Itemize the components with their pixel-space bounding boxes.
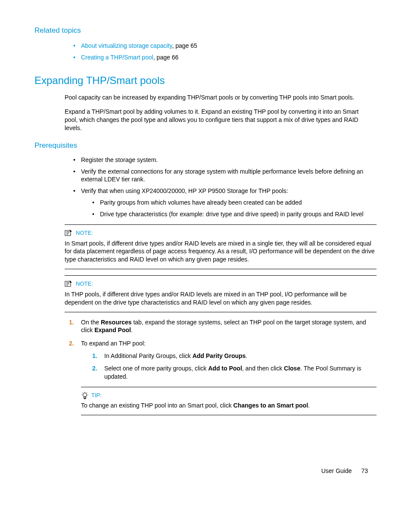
- prereq-nested-list: Parity groups from which volumes have al…: [92, 199, 377, 218]
- bold-text: Changes to an Smart pool: [234, 402, 308, 409]
- bold-text: Add to Pool: [208, 365, 242, 372]
- note-body: In THP pools, if different drive types a…: [65, 290, 377, 307]
- bold-text: Add Parity Groups: [193, 352, 246, 359]
- step-text: Select one of more parity groups, click: [104, 365, 208, 372]
- step-item: On the Resources tab, expand the storage…: [69, 318, 377, 335]
- tip-label: TIP:: [91, 392, 102, 399]
- divider: [65, 269, 377, 269]
- note-body: In Smart pools, if different drive types…: [65, 240, 377, 264]
- note-header: NOTE:: [65, 229, 377, 237]
- note-label: NOTE:: [76, 280, 93, 288]
- related-suffix: , page 65: [172, 42, 197, 49]
- prereq-nested-item: Parity groups from which volumes have al…: [92, 199, 377, 207]
- note-icon: [65, 230, 72, 236]
- bold-text: Resources: [101, 319, 132, 326]
- note-icon: [65, 280, 72, 287]
- step-item: To expand an THP pool: In Additional Par…: [69, 339, 377, 381]
- section-heading: Expanding THP/Smart pools: [34, 74, 377, 87]
- prereq-item: Verify that when using XP24000/20000, HP…: [73, 187, 377, 218]
- tip-text: To change an existing THP pool into an S…: [81, 402, 234, 409]
- tip-text: .: [308, 402, 310, 409]
- prereq-nested-item: Drive type characteristics (for example:…: [92, 210, 377, 218]
- svg-line-13: [87, 392, 87, 393]
- step-text: , and then click: [242, 365, 284, 372]
- prerequisites-list: Register the storage system. Verify the …: [73, 156, 377, 218]
- footer-title: User Guide: [321, 467, 352, 474]
- svg-point-8: [83, 393, 87, 397]
- related-link[interactable]: About virtualizing storage capacity: [81, 42, 172, 49]
- step-text: .: [246, 352, 247, 359]
- svg-line-12: [83, 392, 83, 393]
- related-topics-list: About virtualizing storage capacity, pag…: [73, 42, 377, 62]
- step-text: On the: [81, 319, 101, 326]
- bold-text: Expand Pool: [94, 327, 131, 333]
- related-link[interactable]: Creating a THP/Smart pool: [81, 54, 153, 61]
- substeps-list: In Additional Parity Groups, click Add P…: [92, 352, 377, 381]
- divider: [65, 312, 377, 312]
- prereq-item: Verify the external connections for any …: [73, 168, 377, 184]
- related-topic-item: Creating a THP/Smart pool, page 66: [73, 53, 377, 62]
- divider: [81, 387, 377, 387]
- bold-text: Close: [284, 365, 300, 372]
- divider: [65, 224, 377, 225]
- related-topics-heading: Related topics: [34, 26, 377, 36]
- note-header: NOTE:: [65, 280, 377, 288]
- section-paragraph: Pool capacity can be increased by expand…: [65, 93, 368, 102]
- tip-box: TIP: To change an existing THP pool into…: [81, 387, 377, 415]
- note-box: NOTE: In Smart pools, if different drive…: [65, 224, 377, 269]
- svg-rect-14: [84, 397, 86, 398]
- note-box: NOTE: In THP pools, if different drive t…: [65, 275, 377, 312]
- section-paragraph: Expand a THP/Smart pool by adding volume…: [65, 108, 368, 132]
- related-suffix: , page 66: [153, 54, 178, 61]
- prereq-item: Register the storage system.: [73, 156, 377, 164]
- prerequisites-heading: Prerequisites: [34, 141, 377, 151]
- footer-page-number: 73: [361, 467, 368, 474]
- page-footer: User Guide 73: [34, 467, 377, 475]
- divider: [65, 275, 377, 276]
- step-text: In Additional Parity Groups, click: [104, 352, 193, 359]
- prereq-text: Verify that when using XP24000/20000, HP…: [81, 187, 288, 194]
- note-label: NOTE:: [76, 229, 93, 237]
- steps-list: On the Resources tab, expand the storage…: [69, 318, 377, 381]
- step-text: .: [131, 327, 133, 333]
- related-topic-item: About virtualizing storage capacity, pag…: [73, 42, 377, 50]
- substep-item: In Additional Parity Groups, click Add P…: [92, 352, 377, 360]
- tip-body: To change an existing THP pool into an S…: [81, 401, 377, 410]
- divider: [81, 415, 377, 415]
- substep-item: Select one of more parity groups, click …: [92, 364, 377, 381]
- tip-header: TIP:: [81, 392, 377, 399]
- step-text: To expand an THP pool:: [81, 340, 146, 347]
- lightbulb-icon: [81, 392, 89, 399]
